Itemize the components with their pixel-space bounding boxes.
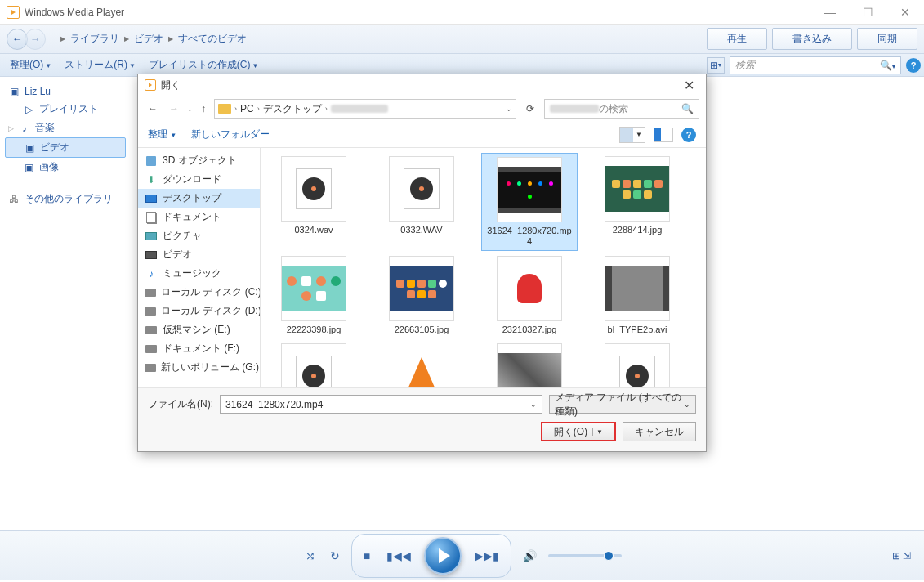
dlg-help-icon[interactable]: ? [681, 128, 696, 142]
crumb-library[interactable]: ライブラリ [70, 32, 119, 46]
sidebar-video[interactable]: ▣ビデオ [5, 137, 126, 158]
wmp-icon [145, 79, 156, 91]
dlg-forward-button[interactable]: → [166, 101, 182, 116]
filename-input[interactable]: 31624_1280x720.mp4⌄ [220, 395, 542, 414]
titlebar: Windows Media Player ― ☐ ✕ [0, 0, 924, 25]
tree-disk-f[interactable]: ドキュメント (F:) [138, 339, 260, 358]
now-playing-button[interactable]: ⊞ ⇲ [892, 550, 911, 562]
file-23210327jpg[interactable]: 23210327.jpg [481, 253, 578, 338]
file-0324wav[interactable]: 0324.wav [266, 153, 362, 251]
wmp-icon [7, 6, 20, 19]
sidebar: ▣Liz Lu ▷プレイリスト ▷♪音楽 ▣ビデオ ▣画像 🖧その他のライブラリ [0, 77, 131, 530]
stop-button[interactable]: ■ [360, 546, 373, 566]
pane-button[interactable] [654, 128, 673, 142]
crumb-allvideo[interactable]: すべてのビデオ [178, 32, 247, 46]
tb-create[interactable]: プレイリストの作成(C)▼ [142, 56, 266, 74]
tree-3d[interactable]: 3D オブジェクト [138, 151, 260, 170]
sidebar-other[interactable]: 🖧その他のライブラリ [5, 190, 126, 208]
tree-disk-g[interactable]: 新しいボリューム (G:) [138, 358, 260, 377]
search-input[interactable]: 検索 🔍▾ [730, 56, 901, 74]
tab-play[interactable]: 再生 [707, 28, 767, 50]
folder-icon [218, 104, 231, 114]
close-button[interactable]: ✕ [886, 0, 924, 25]
file-bltype2bavi[interactable]: bl_TYPE2b.avi [589, 253, 685, 338]
filename-label: ファイル名(N): [148, 397, 213, 411]
search-redacted [550, 105, 599, 113]
dlg-up-button[interactable]: ↑ [198, 101, 209, 116]
repeat-button[interactable]: ↻ [327, 546, 343, 566]
file-partial1[interactable] [266, 340, 362, 387]
music-icon: ♪ [19, 123, 30, 134]
maximize-button[interactable]: ☐ [849, 0, 886, 25]
playlist-icon: ▷ [23, 104, 34, 115]
dlg-back-button[interactable]: ← [145, 101, 161, 116]
sidebar-playlist[interactable]: ▷プレイリスト [5, 100, 126, 119]
tb-stream[interactable]: ストリーム(R)▼ [58, 56, 142, 74]
tab-burn[interactable]: 書き込み [772, 28, 852, 50]
tree-disk-d[interactable]: ローカル ディスク (D:) [138, 302, 260, 320]
volume-thumb[interactable] [604, 551, 614, 561]
filetype-filter[interactable]: メディア ファイル (すべての種類)⌄ [549, 395, 696, 414]
view-mode-button[interactable]: ▼ [619, 127, 645, 143]
app-title: Windows Media Player [25, 7, 124, 18]
open-button[interactable]: 開く(O)▼ [541, 422, 616, 441]
file-partial2[interactable] [373, 340, 470, 387]
sidebar-user[interactable]: ▣Liz Lu [5, 83, 126, 100]
forward-button[interactable]: → [25, 29, 46, 50]
tree-music[interactable]: ♪ミュージック [138, 264, 260, 283]
file-0332wav[interactable]: 0332.WAV [373, 153, 470, 251]
tree-disk-c[interactable]: ローカル ディスク (C:) [138, 283, 260, 302]
search-icon: 🔍▾ [880, 60, 895, 71]
dialog-titlebar: 開く ✕ [138, 74, 706, 96]
file-22223398jpg[interactable]: 22223398.jpg [266, 253, 362, 338]
tree-disk-e[interactable]: 仮想マシン (E:) [138, 320, 260, 339]
crumb-video[interactable]: ビデオ [134, 32, 163, 46]
tree-downloads[interactable]: ⬇ダウンロード [138, 170, 260, 189]
prev-button[interactable]: ▮◀◀ [383, 546, 414, 566]
volume-button[interactable]: 🔊 [520, 546, 540, 566]
player-controls: ⤭ ↻ ■ ▮◀◀ ▶▶▮ 🔊 ⊞ ⇲ [0, 530, 924, 580]
tb-organize[interactable]: 整理(O)▼ [3, 56, 58, 74]
dlg-organize[interactable]: 整理 ▼ [148, 128, 176, 141]
next-button[interactable]: ▶▶▮ [471, 546, 502, 566]
breadcrumb[interactable]: ▶ ライブラリ ▶ ビデオ ▶ すべてのビデオ [60, 32, 247, 46]
dialog-close-button[interactable]: ✕ [679, 78, 699, 93]
file-partial4[interactable] [589, 340, 685, 387]
sidebar-image[interactable]: ▣画像 [5, 158, 126, 177]
search-placeholder: 検索 [735, 58, 755, 72]
tree-videos[interactable]: ビデオ [138, 245, 260, 264]
refresh-button[interactable]: ⟳ [521, 101, 539, 116]
path-redacted [331, 105, 388, 113]
dlg-newfolder[interactable]: 新しいフォルダー [191, 128, 270, 141]
tree-pictures[interactable]: ピクチャ [138, 226, 260, 245]
dlg-search-input[interactable]: の検索 🔍 [544, 99, 699, 119]
dialog-bottom: ファイル名(N): 31624_1280x720.mp4⌄ メディア ファイル … [138, 387, 706, 451]
dlg-path[interactable]: › PC › デスクトップ › ⌄ [214, 99, 516, 119]
view-options-icon[interactable]: ⊞▾ [707, 57, 725, 74]
minimize-button[interactable]: ― [811, 0, 849, 25]
file-open-dialog: 開く ✕ ← → ⌄ ↑ › PC › デスクトップ › ⌄ ⟳ の検索 🔍 整… [137, 74, 707, 452]
tab-sync[interactable]: 同期 [857, 28, 917, 50]
help-icon[interactable]: ? [906, 58, 921, 73]
video-icon: ▣ [24, 142, 35, 154]
network-icon: 🖧 [8, 194, 20, 205]
file-22663105jpg[interactable]: 22663105.jpg [373, 253, 470, 338]
play-button[interactable] [424, 537, 462, 575]
path-pc[interactable]: PC [240, 103, 254, 114]
file-31624mp4[interactable]: 31624_1280x720.mp4 [481, 153, 578, 251]
image-icon: ▣ [23, 162, 34, 173]
path-desktop[interactable]: デスクトップ [263, 102, 322, 116]
user-icon: ▣ [8, 86, 20, 97]
shuffle-button[interactable]: ⤭ [302, 546, 319, 566]
volume-slider[interactable] [548, 554, 622, 557]
tree-desktop[interactable]: デスクトップ [138, 189, 260, 208]
sidebar-music[interactable]: ▷♪音楽 [5, 119, 126, 137]
tree-documents[interactable]: ドキュメント [138, 208, 260, 226]
search-icon: 🔍 [681, 103, 694, 114]
file-list: 0324.wav 0332.WAV 31624_1280x720.mp4 228… [261, 148, 706, 387]
dialog-toolbar: 整理 ▼ 新しいフォルダー ▼ ? [138, 122, 706, 148]
cancel-button[interactable]: キャンセル [623, 422, 696, 441]
folder-tree: 3D オブジェクト ⬇ダウンロード デスクトップ ドキュメント ピクチャ ビデオ… [138, 148, 261, 387]
file-2288414jpg[interactable]: 2288414.jpg [589, 153, 685, 251]
file-partial3[interactable] [481, 340, 578, 387]
